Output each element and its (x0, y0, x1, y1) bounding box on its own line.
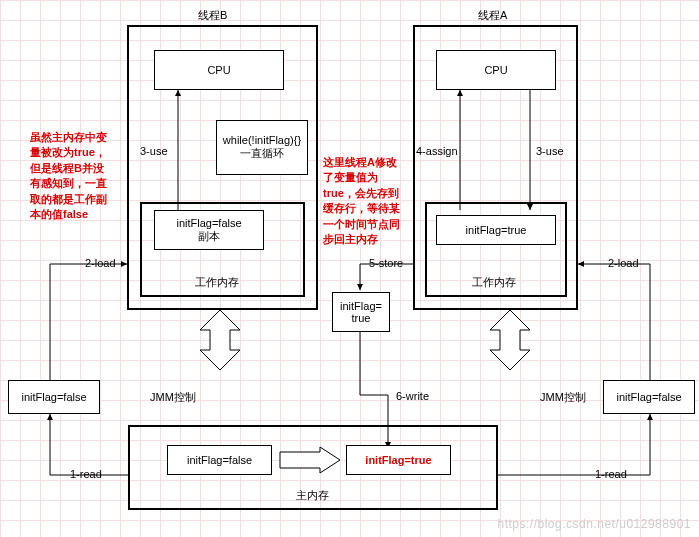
edge-jmm-b: JMM控制 (150, 390, 196, 405)
mainmem-after: initFlag=true (346, 445, 451, 475)
edge-jmm-a: JMM控制 (540, 390, 586, 405)
thread-b-loop: while(!initFlag){} 一直循环 (216, 120, 308, 175)
edge-2-load-b: 2-load (85, 257, 116, 269)
right-read-box: initFlag=false (603, 380, 695, 414)
thread-b-cpu: CPU (154, 50, 284, 90)
thread-b-workmem-label: 工作内存 (195, 275, 239, 290)
edge-6-write-a: 6-write (396, 390, 429, 402)
thread-b-copy: initFlag=false 副本 (154, 210, 264, 250)
thread-a-assign-box: initFlag=true (436, 215, 556, 245)
mainmem-title: 主内存 (296, 488, 329, 503)
thread-a-cpu: CPU (436, 50, 556, 90)
edge-4-assign-a: 4-assign (416, 145, 458, 157)
store-buffer-box: initFlag= true (332, 292, 390, 332)
thread-b-title: 线程B (198, 8, 227, 23)
thread-a-title: 线程A (478, 8, 507, 23)
left-read-box: initFlag=false (8, 380, 100, 414)
edge-1-read-a: 1-read (595, 468, 627, 480)
edge-2-load-a: 2-load (608, 257, 639, 269)
edge-3-use-a: 3-use (536, 145, 564, 157)
watermark: https://blog.csdn.net/u012988901 (498, 517, 691, 531)
note-thread-a: 这里线程A修改 了变量值为 true，会先存到 缓存行，等待某 一个时间节点同 … (323, 155, 400, 247)
mainmem-before: initFlag=false (167, 445, 272, 475)
mainmem-after-text: initFlag=true (365, 454, 431, 466)
edge-3-use-b: 3-use (140, 145, 168, 157)
note-thread-b: 虽然主内存中变 量被改为true， 但是线程B并没 有感知到，一直 取的都是工作… (30, 130, 107, 222)
thread-a-workmem-label: 工作内存 (472, 275, 516, 290)
edge-5-store-a: 5-store (369, 257, 403, 269)
edge-1-read-b: 1-read (70, 468, 102, 480)
